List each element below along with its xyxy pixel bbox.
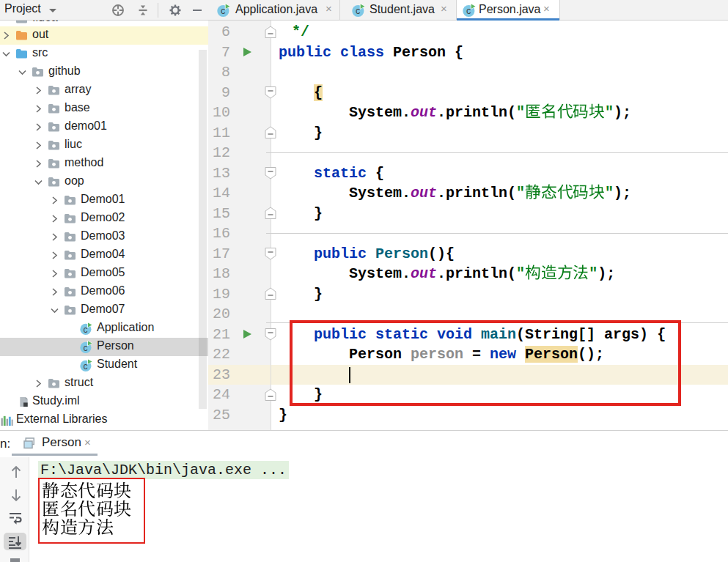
svg-text:c: c [356,6,361,16]
svg-text:c: c [84,325,88,335]
svg-text:c: c [84,343,88,353]
svg-text:c: c [466,6,471,16]
svg-text:c: c [84,361,88,371]
svg-text:c: c [221,6,226,16]
